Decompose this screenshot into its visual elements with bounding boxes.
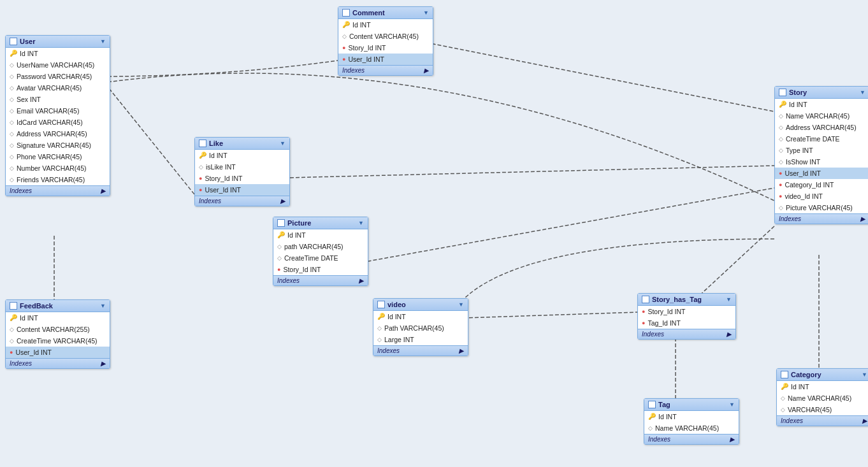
table-comment[interactable]: Comment ▼ 🔑Id INT ◇Content VARCHAR(45) ●… bbox=[338, 6, 433, 76]
category-dropdown[interactable]: ▼ bbox=[862, 371, 867, 378]
video-dropdown[interactable]: ▼ bbox=[458, 301, 464, 308]
table-icon-user bbox=[10, 38, 17, 45]
table-icon-like bbox=[199, 140, 206, 147]
picture-dropdown[interactable]: ▼ bbox=[358, 220, 364, 226]
fk-icon: ● bbox=[10, 347, 13, 357]
diamond-icon: ◇ bbox=[10, 60, 14, 70]
diamond-icon: ◇ bbox=[781, 393, 785, 403]
user-footer-arrow: ▶ bbox=[101, 187, 106, 194]
picture-field-id: 🔑Id INT bbox=[273, 229, 368, 241]
story-field-address: ◇Address VARCHAR(45) bbox=[775, 122, 868, 133]
tag-footer-arrow: ▶ bbox=[730, 436, 735, 443]
table-like[interactable]: Like ▼ 🔑Id INT ◇isLike INT ●Story_Id INT… bbox=[194, 137, 290, 206]
tag-dropdown[interactable]: ▼ bbox=[729, 401, 735, 408]
key-icon: 🔑 bbox=[648, 412, 656, 422]
table-feedback[interactable]: FeedBack ▼ 🔑Id INT ◇Content VARCHAR(255)… bbox=[5, 299, 110, 369]
table-icon-feedback bbox=[10, 302, 17, 310]
diamond-icon: ◇ bbox=[779, 145, 783, 155]
category-field-id: 🔑Id INT bbox=[777, 381, 868, 392]
table-picture-title: Picture bbox=[287, 219, 311, 227]
fk-icon: ● bbox=[779, 191, 782, 201]
key-icon: 🔑 bbox=[342, 20, 350, 30]
user-field-avatar: ◇Avatar VARCHAR(45) bbox=[6, 82, 110, 94]
diamond-icon: ◇ bbox=[377, 323, 382, 333]
comment-field-storyid: ●Story_Id INT bbox=[338, 42, 433, 54]
user-field-idcard: ◇IdCard VARCHAR(45) bbox=[6, 117, 110, 128]
table-icon-category bbox=[781, 371, 788, 378]
like-footer-arrow: ▶ bbox=[280, 198, 286, 205]
table-story-has-tag-header: Story_has_Tag ▼ bbox=[638, 294, 735, 306]
key-icon: 🔑 bbox=[781, 382, 788, 392]
story-field-picture: ◇Picture VARCHAR(45) bbox=[775, 202, 868, 213]
story-field-name: ◇Name VARCHAR(45) bbox=[775, 110, 868, 122]
fk-icon: ● bbox=[277, 264, 280, 275]
story-footer[interactable]: Indexes ▶ bbox=[775, 213, 868, 224]
table-video-title: video bbox=[387, 301, 406, 308]
diamond-icon: ◇ bbox=[10, 129, 14, 139]
diamond-icon: ◇ bbox=[10, 175, 14, 185]
like-footer[interactable]: Indexes ▶ bbox=[195, 196, 289, 206]
key-icon: 🔑 bbox=[10, 313, 17, 323]
story-footer-arrow: ▶ bbox=[860, 215, 865, 222]
user-field-number: ◇Number VARCHAR(45) bbox=[6, 162, 110, 174]
table-picture[interactable]: Picture ▼ 🔑Id INT ◇path VARCHAR(45) ◇Cre… bbox=[273, 217, 368, 286]
table-tag[interactable]: Tag ▼ 🔑Id INT ◇Name VARCHAR(45) Indexes … bbox=[644, 398, 739, 445]
fk-icon: ● bbox=[342, 43, 345, 53]
fk-icon: ● bbox=[199, 173, 202, 183]
feedback-footer[interactable]: Indexes ▶ bbox=[6, 358, 110, 368]
category-field-name: ◇Name VARCHAR(45) bbox=[777, 392, 868, 404]
picture-footer[interactable]: Indexes ▶ bbox=[273, 275, 368, 285]
table-story-header: Story ▼ bbox=[775, 87, 868, 99]
diamond-icon: ◇ bbox=[277, 241, 282, 252]
story-has-tag-footer[interactable]: Indexes ▶ bbox=[638, 329, 735, 339]
user-dropdown[interactable]: ▼ bbox=[100, 38, 106, 45]
table-video[interactable]: video ▼ 🔑Id INT ◇Path VARCHAR(45) ◇Large… bbox=[373, 298, 468, 356]
user-field-sex: ◇Sex INT bbox=[6, 94, 110, 105]
table-story[interactable]: Story ▼ 🔑Id INT ◇Name VARCHAR(45) ◇Addre… bbox=[774, 86, 868, 224]
user-field-username: ◇UserName VARCHAR(45) bbox=[6, 59, 110, 71]
key-icon: 🔑 bbox=[277, 230, 285, 240]
er-diagram-canvas: User ▼ 🔑Id INT ◇UserName VARCHAR(45) ◇Pa… bbox=[0, 0, 868, 467]
feedback-field-content: ◇Content VARCHAR(255) bbox=[6, 324, 110, 335]
fk-icon: ● bbox=[642, 318, 645, 328]
table-story-title: Story bbox=[789, 89, 807, 96]
diamond-icon: ◇ bbox=[781, 405, 785, 415]
table-video-header: video ▼ bbox=[373, 299, 468, 311]
diamond-icon: ◇ bbox=[779, 157, 783, 167]
story-field-type: ◇Type INT bbox=[775, 145, 868, 156]
video-footer[interactable]: Indexes ▶ bbox=[373, 345, 468, 356]
diamond-icon: ◇ bbox=[10, 324, 14, 334]
table-user[interactable]: User ▼ 🔑Id INT ◇UserName VARCHAR(45) ◇Pa… bbox=[5, 35, 110, 196]
table-user-title: User bbox=[20, 38, 35, 45]
video-field-large: ◇Large INT bbox=[373, 334, 468, 345]
video-footer-arrow: ▶ bbox=[459, 347, 464, 354]
diamond-icon: ◇ bbox=[10, 71, 14, 82]
diamond-icon: ◇ bbox=[377, 334, 382, 345]
like-dropdown[interactable]: ▼ bbox=[280, 140, 286, 147]
diamond-icon: ◇ bbox=[199, 162, 203, 172]
story-has-tag-field-tagid: ●Tag_Id INT bbox=[638, 317, 735, 329]
feedback-dropdown[interactable]: ▼ bbox=[100, 303, 106, 309]
category-footer[interactable]: Indexes ▶ bbox=[777, 415, 868, 426]
table-feedback-header: FeedBack ▼ bbox=[6, 300, 110, 312]
comment-footer[interactable]: Indexes ▶ bbox=[338, 65, 433, 75]
story-field-categoryid: ●Category_Id INT bbox=[775, 179, 868, 190]
diamond-icon: ◇ bbox=[779, 203, 783, 213]
story-dropdown[interactable]: ▼ bbox=[860, 89, 865, 96]
comment-dropdown[interactable]: ▼ bbox=[423, 10, 429, 16]
table-story-has-tag[interactable]: Story_has_Tag ▼ ●Story_Id INT ●Tag_Id IN… bbox=[637, 293, 736, 340]
fk-icon: ● bbox=[779, 168, 782, 178]
table-icon-video bbox=[377, 301, 385, 308]
story-has-tag-footer-arrow: ▶ bbox=[727, 331, 732, 338]
table-category[interactable]: Category ▼ 🔑Id INT ◇Name VARCHAR(45) ◇VA… bbox=[776, 368, 868, 426]
diamond-icon: ◇ bbox=[779, 111, 783, 121]
tag-footer[interactable]: Indexes ▶ bbox=[644, 434, 739, 444]
table-icon-story bbox=[779, 89, 786, 96]
diamond-icon: ◇ bbox=[10, 106, 14, 116]
table-icon-tag bbox=[648, 401, 656, 408]
user-field-address: ◇Address VARCHAR(45) bbox=[6, 128, 110, 140]
picture-field-path: ◇path VARCHAR(45) bbox=[273, 241, 368, 252]
story-has-tag-dropdown[interactable]: ▼ bbox=[726, 296, 732, 303]
user-footer[interactable]: Indexes ▶ bbox=[6, 185, 110, 196]
table-icon-story-has-tag bbox=[642, 296, 649, 303]
